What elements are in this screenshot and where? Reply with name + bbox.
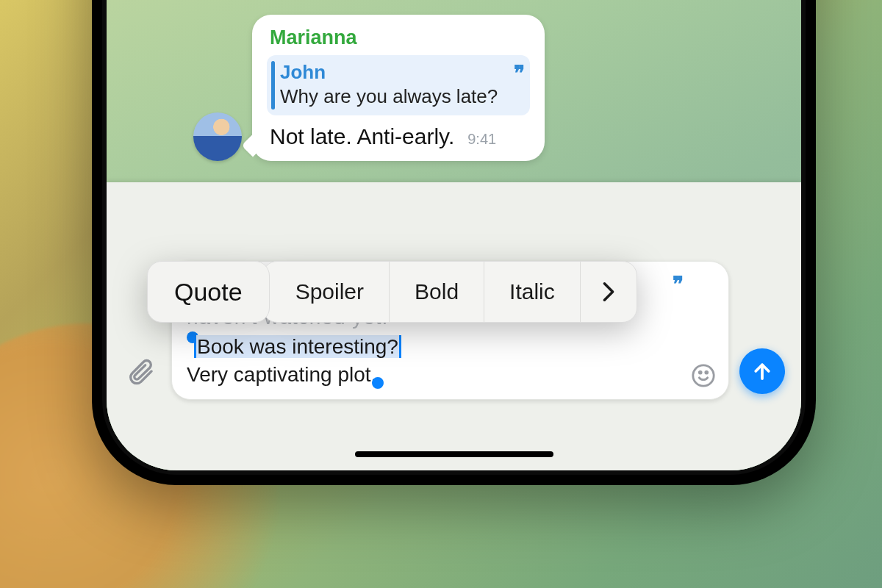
composer-panel: ❞ Have you seen that movie, the one have… (107, 182, 801, 470)
reply-block[interactable]: ❞ John Why are you always late? (267, 55, 530, 115)
avatar[interactable] (193, 112, 242, 161)
phone-frame: Marianna ❞ John Why are you always late?… (92, 0, 816, 485)
phone-screen: Marianna ❞ John Why are you always late?… (107, 0, 801, 470)
emoji-button[interactable] (689, 361, 718, 390)
svg-point-2 (706, 371, 708, 373)
app-stage: Marianna ❞ John Why are you always late?… (0, 0, 882, 588)
message-bubble[interactable]: Marianna ❞ John Why are you always late?… (252, 15, 545, 161)
format-spoiler-button[interactable]: Spoiler (263, 262, 389, 322)
reply-text: Why are you always late? (280, 85, 498, 108)
smile-icon (691, 363, 716, 388)
phone-bezel: Marianna ❞ John Why are you always late?… (102, 0, 806, 475)
svg-point-0 (693, 365, 714, 386)
input-selected-line-wrap: Book was interesting? (187, 331, 686, 361)
format-italic-button[interactable]: Italic (484, 262, 580, 322)
message-body: Not late. Anti-early. (270, 124, 454, 149)
arrow-up-icon (751, 360, 773, 382)
input-after-line-wrap: Very captivating plot. (187, 361, 686, 389)
send-button[interactable] (739, 348, 785, 394)
quote-icon: ❞ (514, 61, 523, 85)
quote-icon: ❞ (673, 270, 681, 298)
paperclip-icon (126, 357, 155, 387)
message-time: 9:41 (467, 131, 496, 148)
incoming-message[interactable]: Marianna ❞ John Why are you always late?… (193, 15, 545, 161)
selection-handle-end[interactable] (372, 377, 384, 389)
format-menu: Quote Spoiler Bold Italic (147, 261, 637, 323)
attach-button[interactable] (120, 351, 161, 392)
svg-point-1 (699, 371, 701, 373)
format-menu-rest: Spoiler Bold Italic (262, 261, 637, 323)
sender-name: Marianna (270, 26, 530, 49)
bubble-tail (241, 134, 264, 157)
home-indicator[interactable] (355, 451, 553, 457)
reply-accent-bar (271, 61, 275, 110)
chevron-right-icon (601, 282, 616, 302)
reply-author: John (280, 61, 498, 84)
input-selected-text[interactable]: Book was interesting? (194, 335, 401, 358)
input-after-text: Very captivating plot. (187, 363, 376, 386)
format-bold-button[interactable]: Bold (389, 262, 484, 322)
format-quote-button[interactable]: Quote (147, 261, 270, 323)
format-more-button[interactable] (580, 262, 637, 322)
